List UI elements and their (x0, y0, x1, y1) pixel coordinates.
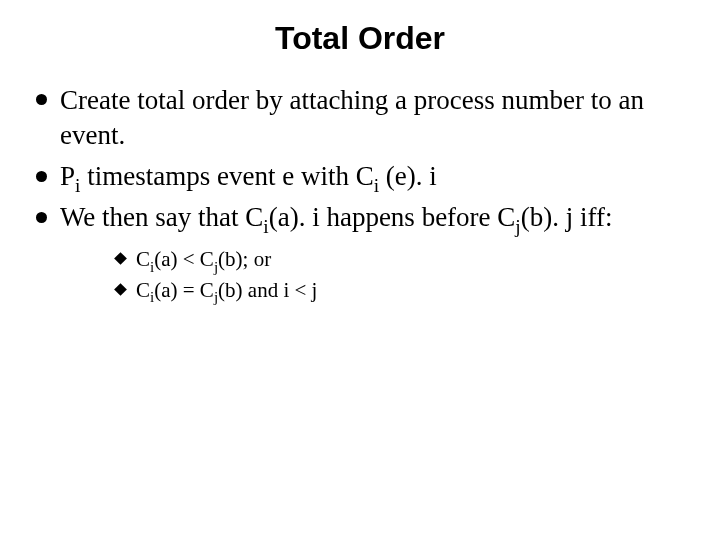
subscript: j (214, 289, 218, 305)
slide: Total Order Create total order by attach… (0, 0, 720, 540)
bullet-item-1: Create total order by attaching a proces… (30, 83, 690, 153)
subscript: j (214, 259, 218, 275)
bullet-list: Create total order by attaching a proces… (30, 83, 690, 304)
bullet-text-3c: (b). j iff: (521, 202, 613, 232)
subscript: j (515, 216, 520, 237)
subscript: i (75, 175, 80, 196)
subscript: i (150, 259, 154, 275)
bullet-text-3a: We then say that C (60, 202, 263, 232)
sub-text-2c: (b) and i < j (218, 278, 317, 302)
bullet-text-2b: timestamps event e with C (80, 161, 373, 191)
bullet-text-2a: P (60, 161, 75, 191)
bullet-text-3b: (a). i happens before C (269, 202, 516, 232)
sub-bullet-item-2: Ci(a) = Cj(b) and i < j (114, 276, 690, 304)
sub-text-1b: (a) < C (154, 247, 214, 271)
bullet-text-2c: (e). i (379, 161, 437, 191)
sub-text-2b: (a) = C (154, 278, 214, 302)
subscript: i (263, 216, 268, 237)
sub-text-1c: (b); or (218, 247, 271, 271)
sub-text-2a: C (136, 278, 150, 302)
sub-text-1a: C (136, 247, 150, 271)
sub-bullet-item-1: Ci(a) < Cj(b); or (114, 245, 690, 273)
sub-bullet-list: Ci(a) < Cj(b); or Ci(a) = Cj(b) and i < … (114, 245, 690, 304)
bullet-text-1: Create total order by attaching a proces… (60, 85, 644, 150)
bullet-item-3: We then say that Ci(a). i happens before… (30, 200, 690, 304)
bullet-item-2: Pi timestamps event e with Ci (e). i (30, 159, 690, 194)
slide-title: Total Order (30, 20, 690, 57)
subscript: i (374, 175, 379, 196)
subscript: i (150, 289, 154, 305)
